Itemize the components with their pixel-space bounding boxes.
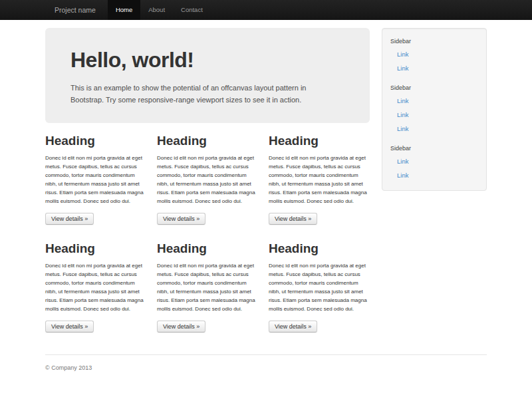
sidebar-link[interactable]: Link [382, 47, 486, 61]
content-area: Hello, world! This is an example to show… [45, 20, 487, 349]
card-text: Donec id elit non mi porta gravida at eg… [157, 261, 258, 313]
sidebar-group: Sidebar Link Link [382, 142, 486, 182]
sidebar-link[interactable]: Link [382, 61, 486, 75]
jumbotron-lead: This is an example to show the potential… [70, 82, 336, 106]
card-text: Donec id elit non mi porta gravida at eg… [269, 261, 370, 313]
page-footer: © Company 2013 [45, 354, 487, 371]
nav-item-home[interactable]: Home [108, 0, 140, 20]
content-card: Heading Donec id elit non mi porta gravi… [269, 134, 370, 225]
card-text: Donec id elit non mi porta gravida at eg… [157, 154, 258, 205]
sidebar-header: Sidebar [382, 82, 486, 94]
sidebar-link[interactable]: Link [382, 154, 486, 168]
navbar-nav: Home About Contact [108, 0, 211, 20]
card-text: Donec id elit non mi porta gravida at eg… [269, 154, 370, 205]
navbar-container: Project name Home About Contact [45, 0, 487, 20]
sidebar-link[interactable]: Link [382, 94, 486, 108]
card-heading: Heading [269, 241, 370, 256]
sidebar: Sidebar Link Link Sidebar Link Link Link… [382, 28, 487, 349]
copyright-text: © Company 2013 [45, 364, 487, 371]
content-card: Heading Donec id elit non mi porta gravi… [269, 241, 370, 332]
card-heading: Heading [157, 134, 258, 148]
jumbotron-title: Hello, world! [70, 48, 344, 72]
nav-item-contact[interactable]: Contact [173, 0, 211, 20]
view-details-button[interactable]: View details » [45, 321, 94, 332]
content-card: Heading Donec id elit non mi porta gravi… [157, 241, 258, 332]
nav-item-about[interactable]: About [140, 0, 173, 20]
sidebar-group: Sidebar Link Link [382, 35, 486, 75]
brand-link[interactable]: Project name [45, 0, 108, 20]
view-details-button[interactable]: View details » [269, 321, 317, 332]
content-card: Heading Donec id elit non mi porta gravi… [45, 134, 146, 225]
sidebar-group: Sidebar Link Link Link [382, 82, 486, 136]
card-text: Donec id elit non mi porta gravida at eg… [45, 154, 146, 205]
main-column: Hello, world! This is an example to show… [45, 28, 370, 349]
navbar: Project name Home About Contact [0, 0, 532, 20]
content-card: Heading Donec id elit non mi porta gravi… [157, 134, 258, 225]
view-details-button[interactable]: View details » [157, 213, 205, 225]
sidebar-link[interactable]: Link [382, 122, 486, 136]
sidebar-header: Sidebar [382, 142, 486, 154]
content-card: Heading Donec id elit non mi porta gravi… [45, 241, 146, 332]
cards-row-1: Heading Donec id elit non mi porta gravi… [45, 134, 370, 225]
sidebar-header: Sidebar [382, 35, 486, 47]
sidebar-well: Sidebar Link Link Sidebar Link Link Link… [382, 28, 487, 191]
sidebar-link[interactable]: Link [382, 108, 486, 122]
view-details-button[interactable]: View details » [45, 213, 94, 225]
jumbotron: Hello, world! This is an example to show… [45, 28, 370, 123]
cards-row-2: Heading Donec id elit non mi porta gravi… [45, 241, 370, 332]
card-heading: Heading [269, 134, 370, 148]
view-details-button[interactable]: View details » [157, 321, 205, 332]
card-heading: Heading [45, 241, 146, 256]
card-heading: Heading [45, 134, 146, 148]
sidebar-link[interactable]: Link [382, 168, 486, 182]
card-heading: Heading [157, 241, 258, 256]
card-text: Donec id elit non mi porta gravida at eg… [45, 261, 146, 313]
view-details-button[interactable]: View details » [269, 213, 317, 225]
